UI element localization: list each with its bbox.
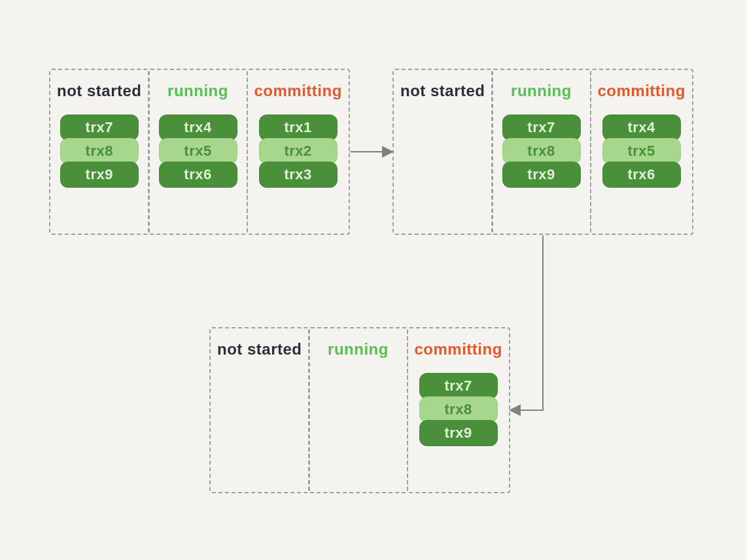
trx-pill: trx2 [259,138,338,164]
trx-pill: trx7 [419,373,498,399]
column-not-started: not started trx7 trx8 trx9 [49,69,150,235]
trx-stack: trx4 trx5 trx6 [602,114,681,185]
state-panel-3: not started running committing trx7 trx8… [209,327,510,493]
column-committing: committing trx4 trx5 trx6 [590,69,693,235]
trx-pill: trx7 [502,114,581,141]
column-not-started: not started [209,327,310,493]
column-title-not-started: not started [57,82,142,100]
column-title-committing: committing [598,82,686,100]
diagram-canvas: not started trx7 trx8 trx9 running trx4 … [0,0,747,560]
column-title-committing: committing [254,82,342,100]
trx-stack: trx7 trx8 trx9 [502,114,581,185]
trx-pill: trx6 [159,162,237,188]
trx-pill: trx9 [502,162,581,188]
column-running: running trx7 trx8 trx9 [491,69,591,235]
trx-stack: trx4 trx5 trx6 [159,114,237,185]
state-panel-1: not started trx7 trx8 trx9 running trx4 … [49,69,350,235]
column-running: running trx4 trx5 trx6 [148,69,248,235]
trx-pill: trx5 [602,138,681,164]
trx-stack: trx1 trx2 trx3 [259,114,338,185]
trx-pill: trx7 [60,114,139,141]
trx-stack: trx7 trx8 trx9 [60,114,139,185]
column-not-started: not started [392,69,493,235]
trx-pill: trx3 [259,162,338,188]
trx-pill: trx9 [419,420,498,446]
trx-pill: trx5 [159,138,237,164]
column-committing: committing trx7 trx8 trx9 [407,327,510,493]
trx-pill: trx6 [602,162,681,188]
trx-pill: trx4 [159,114,237,141]
trx-pill: trx9 [60,162,139,188]
arrow-2-to-3 [512,236,543,410]
trx-pill: trx8 [60,138,139,164]
trx-pill: trx8 [419,396,498,423]
column-title-running: running [511,82,572,100]
column-title-running: running [328,340,389,359]
trx-pill: trx8 [502,138,581,164]
column-running: running [308,327,408,493]
state-panel-2: not started running trx7 trx8 trx9 commi… [392,69,693,235]
column-title-running: running [167,82,228,100]
column-title-committing: committing [415,340,502,359]
trx-pill: trx1 [259,114,338,141]
column-title-not-started: not started [217,340,302,359]
trx-pill: trx4 [602,114,681,141]
column-committing: committing trx1 trx2 trx3 [247,69,350,235]
trx-stack: trx7 trx8 trx9 [419,373,498,444]
column-title-not-started: not started [400,82,485,100]
